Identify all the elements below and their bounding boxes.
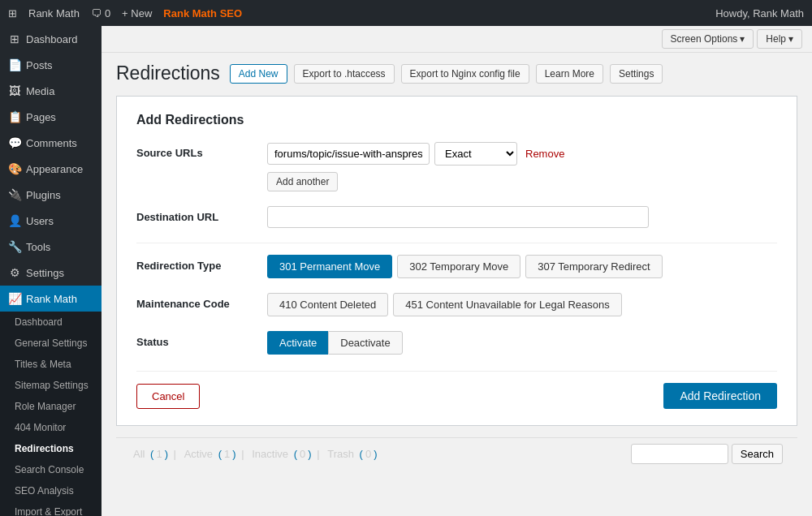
filter-sep-1: | (174, 448, 176, 460)
settings-button[interactable]: Settings (610, 64, 663, 84)
sidebar-item-label: Dashboard (26, 33, 78, 45)
sidebar-item-label: Plugins (26, 189, 61, 201)
search-input[interactable] (631, 444, 728, 464)
page-heading: Redirections Add New Export to .htaccess… (116, 62, 797, 84)
screen-options-label: Screen Options (671, 33, 738, 45)
destination-url-input[interactable] (267, 206, 649, 228)
status-controls: Activate Deactivate (267, 331, 777, 355)
sidebar-item-posts[interactable]: 📄 Posts (0, 52, 102, 78)
site-name[interactable]: Rank Math (28, 7, 80, 19)
sidebar-item-users[interactable]: 👤 Users (0, 208, 102, 234)
rank-math-submenu: Dashboard General Settings Titles & Meta… (0, 312, 102, 516)
admin-bar: ⊞ Rank Math 🗨 0 + New Rank Math SEO Howd… (0, 0, 812, 26)
source-url-input[interactable] (267, 143, 430, 165)
help-label: Help (766, 33, 786, 45)
status-row: Status Activate Deactivate (136, 331, 777, 355)
code-410-button[interactable]: 410 Content Deleted (267, 293, 388, 316)
sidebar-item-settings[interactable]: ⚙ Settings (0, 260, 102, 286)
search-button[interactable]: Search (732, 444, 783, 464)
remove-link[interactable]: Remove (522, 148, 568, 160)
cancel-button[interactable]: Cancel (136, 384, 200, 409)
plugins-icon: 🔌 (8, 188, 21, 201)
sidebar-item-pages[interactable]: 📋 Pages (0, 104, 102, 130)
redirection-type-label: Redirection Type (136, 255, 254, 272)
users-icon: 👤 (8, 214, 21, 227)
submenu-404-monitor[interactable]: 404 Monitor (0, 417, 102, 438)
type-301-button[interactable]: 301 Permanent Move (267, 255, 392, 278)
export-htaccess-button[interactable]: Export to .htaccess (294, 64, 395, 84)
page-content: Redirections Add New Export to .htaccess… (102, 53, 812, 479)
sidebar-item-appearance[interactable]: 🎨 Appearance (0, 156, 102, 182)
submenu-dashboard[interactable]: Dashboard (0, 312, 102, 333)
search-wrap: Search (631, 444, 783, 464)
code-451-button[interactable]: 451 Content Unavailable for Legal Reason… (393, 293, 622, 316)
status-group: Activate Deactivate (267, 331, 777, 355)
sidebar-item-tools[interactable]: 🔧 Tools (0, 234, 102, 260)
sidebar-item-comments[interactable]: 💬 Comments (0, 130, 102, 156)
maintenance-code-controls: 410 Content Deleted 451 Content Unavaila… (267, 293, 777, 316)
deactivate-button[interactable]: Deactivate (328, 331, 402, 355)
comment-count[interactable]: 🗨 0 (91, 7, 110, 19)
footer-bar: All (1) | Active (1) | Inactive (0) | Tr… (116, 437, 797, 470)
posts-icon: 📄 (8, 58, 21, 71)
filter-trash[interactable]: Trash (0) (325, 448, 377, 460)
screen-options-arrow-icon: ▾ (740, 33, 745, 45)
status-label: Status (136, 331, 254, 348)
sidebar: ⊞ Dashboard 📄 Posts 🖼 Media 📋 Pages 💬 Co… (0, 26, 102, 516)
submenu-titles-meta[interactable]: Titles & Meta (0, 354, 102, 375)
sidebar-item-label: Media (26, 85, 54, 97)
submenu-search-console[interactable]: Search Console (0, 459, 102, 480)
filter-inactive[interactable]: Inactive (0) (249, 448, 311, 460)
help-button[interactable]: Help ▾ (757, 29, 802, 49)
type-307-button[interactable]: 307 Temporary Redirect (525, 255, 663, 278)
help-arrow-icon: ▾ (788, 33, 793, 45)
match-type-select[interactable]: Exact Contains Starts With Ends With Reg… (434, 142, 517, 166)
sidebar-item-plugins[interactable]: 🔌 Plugins (0, 182, 102, 208)
add-redirections-panel: Add Redirections Source URLs Exact Conta… (116, 96, 797, 426)
sidebar-item-label: Rank Math (26, 293, 77, 305)
filter-all[interactable]: All (1) (131, 448, 168, 460)
pages-icon: 📋 (8, 110, 21, 123)
media-icon: 🖼 (8, 84, 21, 97)
wp-logo[interactable]: ⊞ (8, 7, 17, 19)
export-nginx-button[interactable]: Export to Nginx config file (401, 64, 529, 84)
source-urls-label: Source URLs (136, 142, 254, 159)
source-url-entry: Exact Contains Starts With Ends With Reg… (267, 142, 777, 166)
filter-active[interactable]: Active (1) (182, 448, 236, 460)
sidebar-item-rank-math[interactable]: 📈 Rank Math (0, 286, 102, 312)
submenu-sitemap-settings[interactable]: Sitemap Settings (0, 375, 102, 396)
add-redirection-button[interactable]: Add Redirection (663, 383, 777, 409)
add-another-button[interactable]: Add another (267, 172, 338, 191)
destination-url-label: Destination URL (136, 206, 254, 223)
source-urls-controls: Exact Contains Starts With Ends With Reg… (267, 142, 777, 191)
plugin-name[interactable]: Rank Math SEO (163, 7, 242, 19)
sidebar-item-label: Tools (26, 241, 50, 253)
screen-options-button[interactable]: Screen Options ▾ (662, 29, 754, 49)
sidebar-item-media[interactable]: 🖼 Media (0, 78, 102, 104)
sidebar-item-label: Pages (26, 111, 56, 123)
type-302-button[interactable]: 302 Temporary Move (397, 255, 520, 278)
sidebar-item-label: Comments (26, 137, 77, 149)
filter-sep-3: | (317, 448, 319, 460)
submenu-seo-analysis[interactable]: SEO Analysis (0, 480, 102, 501)
tools-icon: 🔧 (8, 240, 21, 253)
submenu-redirections[interactable]: Redirections (0, 438, 102, 459)
settings-icon: ⚙ (8, 266, 21, 279)
sidebar-item-label: Settings (26, 267, 64, 279)
learn-more-button[interactable]: Learn More (536, 64, 603, 84)
rank-math-icon: 📈 (8, 292, 21, 305)
form-panel-title: Add Redirections (136, 113, 777, 127)
maintenance-code-row: Maintenance Code 410 Content Deleted 451… (136, 293, 777, 316)
submenu-role-manager[interactable]: Role Manager (0, 396, 102, 417)
form-actions: Cancel Add Redirection (136, 371, 777, 409)
form-divider (136, 243, 777, 243)
redirection-type-controls: 301 Permanent Move 302 Temporary Move 30… (267, 255, 777, 278)
sidebar-item-dashboard[interactable]: ⊞ Dashboard (0, 26, 102, 52)
activate-button[interactable]: Activate (267, 331, 328, 355)
submenu-import-export[interactable]: Import & Export (0, 501, 102, 516)
top-bar: Screen Options ▾ Help ▾ (102, 26, 812, 53)
new-content[interactable]: + New (122, 7, 152, 19)
main-wrap: ⊞ Dashboard 📄 Posts 🖼 Media 📋 Pages 💬 Co… (0, 26, 812, 516)
add-new-button[interactable]: Add New (230, 64, 287, 84)
submenu-general-settings[interactable]: General Settings (0, 333, 102, 354)
